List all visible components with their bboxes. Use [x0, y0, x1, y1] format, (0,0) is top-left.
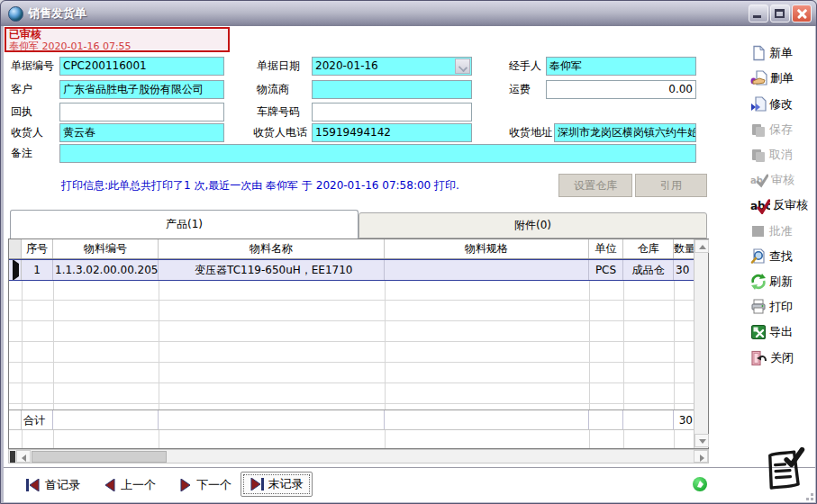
col-warehouse[interactable]: 仓库: [623, 239, 674, 258]
splitter-handle[interactable]: [10, 451, 15, 463]
globe-app-icon: [8, 6, 23, 22]
sidebar-item-find[interactable]: 查找: [750, 247, 793, 266]
new-doc-icon: [750, 45, 767, 61]
edit-doc-icon: [750, 96, 767, 112]
horizontal-scrollbar[interactable]: [8, 449, 709, 464]
freight-field[interactable]: 0.00: [546, 80, 696, 99]
table-header: 序号 物料编号 物料名称 物料规格 单位 仓库 数量: [9, 239, 695, 259]
receipt-field[interactable]: [59, 103, 224, 122]
nav-last-record[interactable]: 末记录: [241, 472, 313, 497]
sidebar-item-new[interactable]: 新单: [750, 43, 793, 63]
sidebar-item-save: 保存: [750, 120, 793, 140]
doc-no-label: 单据编号: [11, 57, 54, 76]
quote-button: 引用: [635, 174, 707, 197]
arrow-right-icon: [700, 454, 704, 462]
maximize-button[interactable]: [770, 4, 790, 22]
consignee-field[interactable]: 黄云春: [59, 123, 224, 142]
audit-icon: ab: [750, 172, 768, 188]
customer-field[interactable]: 广东省品胜电子股份有限公司: [59, 80, 224, 99]
nav-first-record[interactable]: 首记录: [26, 474, 80, 496]
horizontal-scroll-thumb[interactable]: [32, 451, 167, 463]
print-icon: [750, 299, 767, 315]
maximize-icon: [775, 9, 785, 18]
last-record-icon: [250, 478, 264, 490]
doc-date-field[interactable]: 2020-01-16: [312, 57, 472, 76]
address-label: 收货地址: [509, 123, 552, 142]
address-field[interactable]: 深圳市龙岗区横岗镇六约牛始: [554, 123, 696, 142]
app-logo-document-check: [762, 447, 807, 494]
scroll-up-button[interactable]: [694, 239, 709, 253]
freight-label: 运费: [509, 80, 531, 99]
cell-spec: [385, 260, 589, 280]
col-spec[interactable]: 物料规格: [385, 239, 589, 258]
consignee-phone-label: 收货人电话: [253, 123, 307, 142]
doc-no-field[interactable]: CPC200116001: [59, 57, 224, 76]
next-icon: [180, 479, 191, 491]
cell-code: 1.1.3.02.00.00.205S: [53, 260, 159, 280]
col-seq[interactable]: 序号: [22, 239, 53, 258]
scroll-left-button[interactable]: [16, 450, 31, 463]
sidebar-item-refresh[interactable]: 刷新: [750, 272, 793, 292]
handler-field[interactable]: 奉仰军: [546, 57, 696, 76]
consignee-phone-field[interactable]: 15919494142: [312, 123, 472, 142]
set-warehouse-button: 设置仓库: [558, 174, 632, 197]
audit-byline: 奉仰军 2020-01-16 07:55: [9, 40, 225, 52]
audit-status: 已审核: [9, 29, 225, 40]
table-row[interactable]: 1 1.1.3.02.00.00.205S 变压器TC119-650uH，EE1…: [9, 259, 695, 281]
sidebar-item-export[interactable]: 导出: [750, 322, 793, 342]
col-code[interactable]: 物料编号: [53, 239, 159, 258]
cell-qty: 30: [674, 260, 695, 280]
search-icon: [750, 248, 767, 265]
items-table: 序号 物料编号 物料名称 物料规格 单位 仓库 数量 1 1.1.3: [8, 238, 709, 449]
previous-icon: [104, 479, 115, 491]
handler-label: 经手人: [509, 57, 541, 76]
total-row: 合计 30: [9, 410, 695, 430]
cell-name: 变压器TC119-650uH，EE1710: [159, 260, 385, 280]
row-indicator-cell: [9, 260, 22, 280]
cell-seq: 1: [22, 260, 53, 280]
chevron-down-icon[interactable]: [455, 58, 470, 74]
app-window: 销售发货单 已审核 奉仰军 2020-01-16 07:55 单据编号 CPC2…: [0, 0, 817, 504]
sidebar-item-modify[interactable]: 修改: [750, 94, 793, 114]
tab-products[interactable]: 产品(1): [10, 210, 359, 238]
minimize-button[interactable]: [749, 4, 768, 22]
consignee-label: 收货人: [11, 123, 43, 142]
save-icon: [750, 122, 767, 138]
resize-grip[interactable]: [803, 490, 813, 500]
sidebar-item-unaudit[interactable]: abc 反审核: [750, 195, 808, 215]
window-title: 销售发货单: [28, 5, 86, 22]
tab-attachments[interactable]: 附件(0): [359, 212, 707, 238]
export-icon: [750, 324, 767, 340]
table-body[interactable]: 1 1.1.3.02.00.00.205S 变压器TC119-650uH，EE1…: [9, 259, 695, 410]
nav-next[interactable]: 下一个: [180, 474, 231, 496]
col-name[interactable]: 物料名称: [159, 239, 385, 258]
plate-no-field[interactable]: [312, 103, 472, 122]
remarks-label: 备注: [11, 144, 32, 163]
header-indicator-cell: [9, 239, 22, 258]
cancel-icon: [750, 147, 767, 163]
sidebar-item-cancel: 取消: [750, 145, 793, 165]
sidebar-item-print[interactable]: 打印: [750, 297, 793, 317]
delete-doc-icon: [750, 70, 767, 86]
nav-previous[interactable]: 上一个: [104, 474, 156, 496]
row-indicator-icon: [13, 260, 19, 280]
sidebar-item-close[interactable]: 关闭: [750, 348, 794, 368]
total-qty: 30: [674, 410, 695, 429]
title-bar[interactable]: 销售发货单: [1, 1, 816, 26]
close-button[interactable]: [792, 4, 812, 22]
col-qty[interactable]: 数量: [674, 239, 695, 258]
doc-date-label: 单据日期: [257, 57, 300, 76]
logistics-field[interactable]: [312, 80, 472, 99]
col-unit[interactable]: 单位: [589, 239, 623, 258]
unaudit-icon: abc: [750, 197, 770, 214]
arrow-down-icon: [699, 439, 706, 444]
scroll-down-button[interactable]: [694, 434, 709, 447]
minimize-icon: [753, 15, 761, 18]
refresh-icon: [750, 274, 767, 290]
sidebar-item-delete[interactable]: 删单: [750, 68, 794, 88]
receipt-label: 回执: [11, 103, 32, 122]
scroll-right-button[interactable]: [694, 450, 708, 463]
remarks-field[interactable]: [59, 144, 696, 163]
client-area: 已审核 奉仰军 2020-01-16 07:55 单据编号 CPC2001160…: [4, 26, 815, 502]
vertical-scrollbar[interactable]: [694, 239, 708, 448]
